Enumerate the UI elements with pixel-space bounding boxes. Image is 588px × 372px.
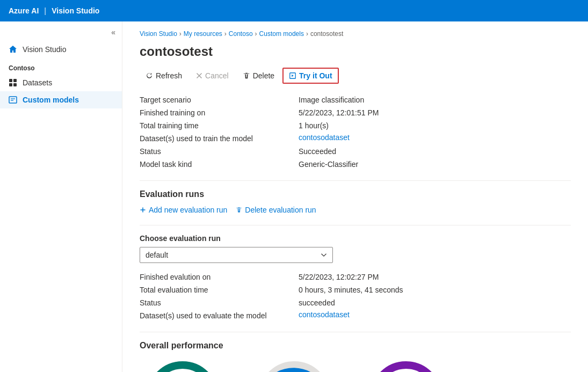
delete-button[interactable]: Delete (237, 68, 280, 83)
divider-2 (140, 225, 571, 225)
breadcrumb-current: contosotest (310, 30, 343, 38)
gauge-svg-accuracy-top1 (257, 357, 332, 372)
add-icon (140, 207, 146, 213)
chevron-down-icon (321, 252, 327, 258)
breadcrumb-sep-3: › (255, 30, 257, 38)
detail-label-0: Target scenario (140, 94, 290, 105)
try-it-out-icon (289, 72, 296, 79)
sidebar-collapse-button[interactable]: « (0, 26, 122, 41)
breadcrumb-sep-4: › (306, 30, 308, 38)
sidebar-datasets-label: Datasets (23, 78, 52, 87)
eval-run-select[interactable]: default (140, 247, 333, 263)
delete-eval-run-label: Delete evaluation run (245, 206, 316, 214)
try-it-out-label: Try it Out (299, 71, 332, 80)
detail-value-0: Image classification (299, 94, 571, 105)
breadcrumb: Vision Studio › My resources › Contoso ›… (140, 30, 571, 38)
eval-detail-value-0: 5/22/2023, 12:02:27 PM (299, 272, 571, 282)
eval-detail-label-3: Dataset(s) used to evaluate the model (140, 310, 290, 321)
gauge-accuracy-top1: 96.9% Accuracy - Top 1 i (251, 357, 337, 372)
topbar: Azure AI | Vision Studio (0, 0, 588, 21)
detail-value-2: 1 hour(s) (299, 120, 571, 131)
evaluation-runs-heading: Evaluation runs (140, 189, 571, 199)
cancel-button[interactable]: Cancel (190, 68, 235, 83)
svg-rect-3 (13, 83, 17, 86)
sidebar-custom-models-label: Custom models (23, 96, 79, 104)
divider-1 (140, 180, 571, 181)
delete-icon (243, 72, 250, 79)
details-grid: Target scenario Image classification Fin… (140, 94, 571, 170)
eval-detail-label-1: Total evaluation time (140, 285, 290, 295)
sidebar-item-home[interactable]: Vision Studio (0, 41, 122, 58)
cancel-label: Cancel (205, 71, 229, 80)
add-eval-run-label: Add new evaluation run (149, 206, 227, 214)
layout: « Vision Studio Contoso Datasets C (0, 21, 588, 372)
sidebar-home-label: Vision Studio (23, 45, 66, 54)
add-eval-run-button[interactable]: Add new evaluation run (140, 206, 227, 214)
overall-performance-heading: Overall performance (140, 341, 571, 351)
choose-eval-run-label: Choose evaluation run (140, 234, 571, 243)
detail-value-1: 5/22/2023, 12:01:51 PM (299, 107, 571, 118)
gauges-row: 100.0% Average precision i 96.9% Accurac… (140, 357, 571, 372)
refresh-icon (146, 72, 153, 79)
sidebar-item-custom-models[interactable]: Custom models (0, 91, 122, 108)
breadcrumb-custom-models[interactable]: Custom models (259, 30, 304, 38)
breadcrumb-my-resources[interactable]: My resources (184, 30, 222, 38)
eval-detail-value-2: succeeded (299, 297, 571, 308)
eval-run-select-value: default (146, 251, 168, 259)
svg-rect-0 (9, 79, 12, 82)
delete-eval-icon (236, 207, 242, 213)
home-icon (9, 45, 17, 54)
try-it-out-button[interactable]: Try it Out (282, 68, 338, 84)
collapse-icon: « (111, 28, 115, 37)
breadcrumb-contoso[interactable]: Contoso (229, 30, 253, 38)
eval-toolbar: Add new evaluation run Delete evaluation… (140, 206, 571, 214)
sidebar-item-datasets[interactable]: Datasets (0, 74, 122, 91)
app-name-label: Vision Studio (52, 6, 99, 15)
svg-rect-4 (9, 97, 17, 103)
refresh-button[interactable]: Refresh (140, 68, 188, 83)
detail-label-5: Model task kind (140, 159, 290, 170)
eval-detail-value-1: 0 hours, 3 minutes, 41 seconds (299, 285, 571, 295)
detail-label-2: Total training time (140, 120, 290, 131)
main-content: Vision Studio › My resources › Contoso ›… (122, 21, 588, 372)
detail-label-4: Status (140, 146, 290, 157)
toolbar: Refresh Cancel Delete Try (140, 68, 571, 84)
gauge-avg-precision: 100.0% Average precision i (140, 357, 226, 372)
detail-label-3: Dataset(s) used to train the model (140, 133, 290, 144)
brand-label: Azure AI (9, 6, 39, 15)
datasets-icon (9, 78, 17, 87)
topbar-separator: | (44, 6, 46, 15)
gauge-svg-avg-precision (145, 357, 220, 372)
custom-models-icon (9, 96, 17, 104)
eval-detail-label-0: Finished evalution on (140, 272, 290, 282)
detail-value-4: Succeeded (299, 146, 571, 157)
gauge-svg-accuracy-top5 (368, 357, 444, 372)
breadcrumb-sep-1: › (179, 30, 182, 38)
detail-link-3[interactable]: contosodataset (299, 133, 571, 144)
delete-label: Delete (253, 71, 274, 80)
svg-rect-1 (13, 79, 17, 82)
breadcrumb-sep-2: › (224, 30, 227, 38)
page-title: contosotest (140, 44, 571, 59)
sidebar: « Vision Studio Contoso Datasets C (0, 21, 122, 372)
eval-detail-link-3[interactable]: contosodataset (299, 310, 571, 321)
gauge-accuracy-top5: 100.0% Accuracy - Top 5 i (363, 357, 449, 372)
eval-detail-label-2: Status (140, 297, 290, 308)
sidebar-section-label: Contoso (0, 58, 122, 74)
refresh-label: Refresh (156, 71, 182, 80)
breadcrumb-vision-studio[interactable]: Vision Studio (140, 30, 177, 38)
svg-rect-2 (9, 83, 12, 86)
divider-3 (140, 332, 571, 332)
detail-value-5: Generic-Classifier (299, 159, 571, 170)
eval-details-grid: Finished evalution on 5/22/2023, 12:02:2… (140, 272, 571, 321)
detail-label-1: Finished training on (140, 107, 290, 118)
cancel-icon (196, 72, 202, 79)
delete-eval-run-button[interactable]: Delete evaluation run (236, 206, 316, 214)
